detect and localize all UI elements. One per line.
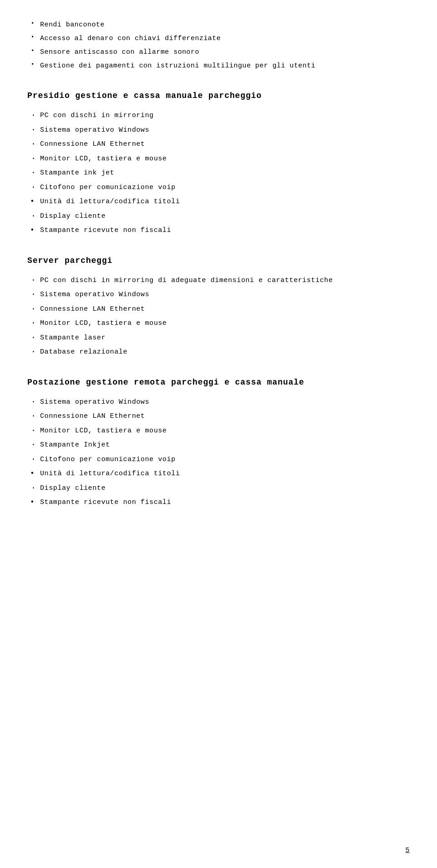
- list-item: Unità di lettura/codifica titoli: [27, 195, 410, 209]
- list-item: Sistema operativo Windows: [27, 395, 410, 410]
- section1-list: PC con dischi in mirroringSistema operat…: [27, 108, 410, 238]
- section2-list: PC con dischi in mirroring di adeguate d…: [27, 273, 410, 360]
- section3-heading: Postazione gestione remota parcheggi e c…: [27, 378, 410, 387]
- list-item: Display cliente: [27, 209, 410, 224]
- list-item: Unità di lettura/codifica titoli: [27, 467, 410, 481]
- section3-list: Sistema operativo WindowsConnessione LAN…: [27, 395, 410, 510]
- list-item: Display cliente: [27, 481, 410, 496]
- list-item: Monitor LCD, tastiera e mouse: [27, 152, 410, 166]
- list-item: PC con dischi in mirroring di adeguate d…: [27, 273, 410, 288]
- intro-list-item: Rendi banconote: [27, 18, 410, 32]
- list-item: Monitor LCD, tastiera e mouse: [27, 424, 410, 438]
- intro-list-item: Sensore antiscasso con allarme sonoro: [27, 46, 410, 59]
- section2-heading: Server parcheggi: [27, 256, 410, 265]
- list-item: Database relazionale: [27, 345, 410, 360]
- section2-block: Server parcheggi PC con dischi in mirror…: [27, 256, 410, 360]
- intro-list-item: Gestione dei pagamenti con istruzioni mu…: [27, 59, 410, 73]
- list-item: Citofono per comunicazione voip: [27, 180, 410, 195]
- list-item: Stampante laser: [27, 331, 410, 345]
- list-item: Stampante ricevute non fiscali: [27, 495, 410, 510]
- list-item: Connessione LAN Ethernet: [27, 409, 410, 424]
- list-item: Connessione LAN Ethernet: [27, 137, 410, 152]
- list-item: PC con dischi in mirroring: [27, 108, 410, 123]
- section1-block: Presidio gestione e cassa manuale parche…: [27, 91, 410, 238]
- list-item: Monitor LCD, tastiera e mouse: [27, 316, 410, 331]
- list-item: Connessione LAN Ethernet: [27, 302, 410, 317]
- list-item: Stampante ricevute non fiscali: [27, 223, 410, 238]
- list-item: Citofono per comunicazione voip: [27, 452, 410, 467]
- list-item: Sistema operativo Windows: [27, 288, 410, 302]
- list-item: Sistema operativo Windows: [27, 123, 410, 138]
- page-number: 5: [406, 847, 410, 854]
- section3-block: Postazione gestione remota parcheggi e c…: [27, 378, 410, 510]
- intro-list: Rendi banconoteAccesso al denaro con chi…: [27, 18, 410, 73]
- list-item: Stampante ink jet: [27, 166, 410, 180]
- intro-list-item: Accesso al denaro con chiavi differenzia…: [27, 32, 410, 46]
- section1-heading: Presidio gestione e cassa manuale parche…: [27, 91, 410, 100]
- list-item: Stampante Inkjet: [27, 438, 410, 452]
